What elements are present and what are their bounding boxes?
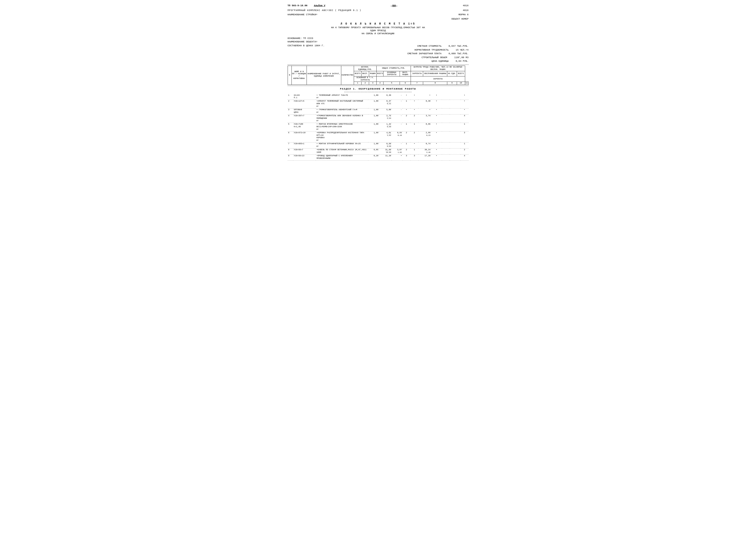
row-subval1: •	[431, 100, 442, 108]
volume-label: СТРОИТЕЛЬНЫЙ ОБЪЕМ	[421, 56, 447, 59]
basis-label: ОСНОВАНИЕ: ТП СССО	[288, 37, 469, 39]
wage-value: 0,009 ТЫС.РУБ.	[448, 52, 468, 55]
row-subval4: •	[461, 108, 469, 114]
row-name: • ГРОМКОГОВОРИТЕЛЬ АБОНЕНТСКИЙ ГА=М ВТ	[316, 108, 368, 114]
row-price1: 5,00	[379, 108, 392, 114]
row-qty: 0,05	[368, 148, 379, 154]
row-col6b: 1	[410, 148, 418, 154]
row-subval0: 0,96	[418, 123, 431, 131]
col-num-9: 9	[447, 82, 457, 85]
year-code: 4016	[463, 4, 468, 7]
row-code: У10=127=5	[293, 100, 316, 108]
row-price1: 4,011,62	[379, 131, 392, 142]
row-price1: 1,420,60	[379, 123, 392, 131]
row-subval4: 1	[461, 142, 469, 148]
row-subval4: 4	[461, 114, 469, 122]
row-price2: -	[392, 142, 402, 148]
program-label: ПРОГРАММНЫЙ КОМПЛЕКС АВС=3ЕС ( РЕДАКЦИЯ …	[288, 9, 361, 12]
meta-block: ОСНОВАНИЕ: ТП СССО НАИМЕНОВАНИЕ ОБЪЕКТА=	[288, 37, 469, 43]
row-price1: 31,6018,90	[379, 148, 392, 154]
row-subval0: 17,28	[418, 154, 431, 160]
col-header-7-group: ЗАТРАТЫ ТРУДА РАБО=ЧИХ, ЧЕЛ.=4 НЕ ЗА=НЯТ…	[411, 66, 465, 71]
row-subval4: 1	[461, 123, 469, 131]
name-label: НАИМЕНОВАНИЕ СТРОЙКИ=	[288, 13, 317, 16]
col-header-2: ШИФР И NПП / ПОЗИЦИИ /НОРМАТИВНА	[291, 66, 307, 85]
row-subval0: 3,74	[418, 114, 431, 122]
row-qty: 1,00	[368, 100, 379, 108]
form-label: ФОРМА 6	[458, 13, 468, 16]
row-subval2	[442, 148, 450, 154]
row-price2: 0,550,10	[392, 131, 402, 142]
col-num-4: 4	[377, 82, 384, 85]
subtitle2: ОДИН ПРОЕЗД	[288, 29, 469, 32]
row-subval1: •	[431, 114, 442, 122]
table-row: 1 62=03 П.1 • ТЕЛЕФОННЫЙ АППАРАТ ТАН=ТО …	[288, 94, 469, 99]
cost-info-block: СОСТАВЛЕНА В ЦЕНАХ 1984 Г. СМЕТНАЯ СТОИМ…	[288, 44, 469, 63]
row-subval3	[450, 148, 461, 154]
col-num-5: 5	[384, 82, 400, 85]
row-qty: 1,00	[368, 114, 379, 122]
row-subval0: 0,74	[418, 142, 431, 148]
row-qty: 0,20	[368, 154, 379, 160]
row-col6b: 2	[410, 131, 418, 142]
row-col6a: 1	[402, 123, 410, 131]
col-num-6: 6	[400, 82, 411, 85]
row-code: 62=03 П.1	[293, 94, 316, 99]
row-subval2	[442, 94, 450, 99]
price-row: ЦЕНА ЕДИНИЦЫ 0,04 РУБ.	[407, 60, 469, 63]
row-subval3	[450, 108, 461, 114]
row-num: 7	[288, 142, 293, 148]
col-6b: ОСНОВНЫХ ЗАРПЛАТЫ	[384, 71, 400, 76]
price-value: 0,04 РУБ.	[456, 60, 468, 63]
wage-row: СМЕТНАЯ ЗАРАБОТНАЯ ПЛАТА 0,009 ТЫС.РУБ.	[407, 52, 469, 56]
table-row: 7 У10=603=1 • МОНТАЖ ОГРАНИЧИТЕЛЬНОЙ КОР…	[288, 142, 469, 148]
volume-row: СТРОИТЕЛЬНЫЙ ОБЪЕМ 110Г,00 М3	[407, 56, 469, 60]
col-7b: ОБСЛУЖИВАНИЯ МАШИНЫ	[423, 71, 447, 76]
row-subval4: 3	[461, 131, 469, 142]
col-header-total	[377, 76, 411, 82]
row-code: У10=972=10	[293, 131, 316, 142]
row-col6a: 2	[402, 148, 410, 154]
col-7c: НА ЕДИ.	[447, 71, 457, 76]
col-header-1: N	[288, 66, 291, 85]
name-label-line: НАИМЕНОВАНИЕ СТРОЙКИ= ФОРМА 6	[288, 13, 469, 16]
table-row: 2 У10=127=5 •АППАРАТ ТЕЛЕФОННЫЙ НАСТОЛЬН…	[288, 100, 469, 108]
row-price1: 0,500,66	[379, 142, 392, 148]
row-price2: -	[392, 123, 402, 131]
row-name: •ПРОВОД ОДНОПАРНЫЙ С КРЕПЛЕНИЕМ ПРОВОЛОЧ…	[316, 154, 368, 160]
row-subval4: •	[461, 94, 469, 99]
row-col6a: 2	[402, 131, 410, 142]
row-subval1: •	[431, 123, 442, 131]
row-subval0: 30,242,48	[418, 148, 431, 154]
table-row: 4 У10=397=7 •ГРОМКОГОВОРИТЕЛЬ ИЛИ ЗВУКОВ…	[288, 114, 469, 122]
row-num: 1	[288, 94, 293, 99]
col-header-5-group: ИСТОЧН. ЕДИНИЦЫ,РУБ.	[354, 66, 377, 71]
object-num-label: ОБЪЕКТ НОМЕР	[451, 18, 468, 20]
row-price2: -	[392, 108, 402, 114]
row-price2: -	[392, 114, 402, 122]
row-name: •АППАРАТ ТЕЛЕФОННЫЙ НАСТОЛЬНЫЙ СИСТЕМНЫЙ…	[316, 100, 368, 108]
row-code: У10=56=7	[293, 148, 316, 154]
col-num-10: 10	[457, 82, 465, 85]
row-subval0: •	[418, 94, 431, 99]
row-subval3	[450, 94, 461, 99]
year-code-right: 4016	[463, 9, 468, 12]
table-row: 5 У10=7180 К=1,05 • МОНТАЖ ВТОРИЧНЫХ ЭЛЕ…	[288, 123, 469, 131]
row-num: 5	[288, 123, 293, 131]
row-qty: 1,00	[368, 142, 379, 148]
column-headers-table: N ШИФР И NПП / ПОЗИЦИИ /НОРМАТИВНА НАИМЕ…	[288, 66, 469, 85]
row-price1: 0,370,31	[379, 100, 392, 108]
dashed-line-top	[288, 64, 469, 65]
row-num: 3	[288, 108, 293, 114]
header-section: ТП 503-9-18.86 Альбом V -80- 4016	[288, 4, 469, 8]
col-header-labor: ЗАРПЛАТЫ	[411, 76, 465, 82]
row-separator	[288, 160, 469, 160]
row-price1: 2,752,54	[379, 114, 392, 122]
row-subval4: •	[461, 100, 469, 108]
subtitle3: НА СВЯЗЬ И СИГНАЛИЗАЦИЮ	[288, 32, 469, 35]
row-subval2	[442, 123, 450, 131]
row-name: •ГРОМКОГОВОРИТЕЛЬ ИЛИ ЗВУКОВАЯ КОЛОНКА В…	[316, 114, 368, 122]
section1-title: РАЗДЕЛ 1. ОБОРУДОВАНИЕ И МОНТАЖНЫЕ РАБОТ…	[288, 88, 469, 90]
col-num-7: 7	[411, 82, 423, 85]
price-label: ЦЕНА ЕДИНИЦЫ	[432, 60, 448, 63]
